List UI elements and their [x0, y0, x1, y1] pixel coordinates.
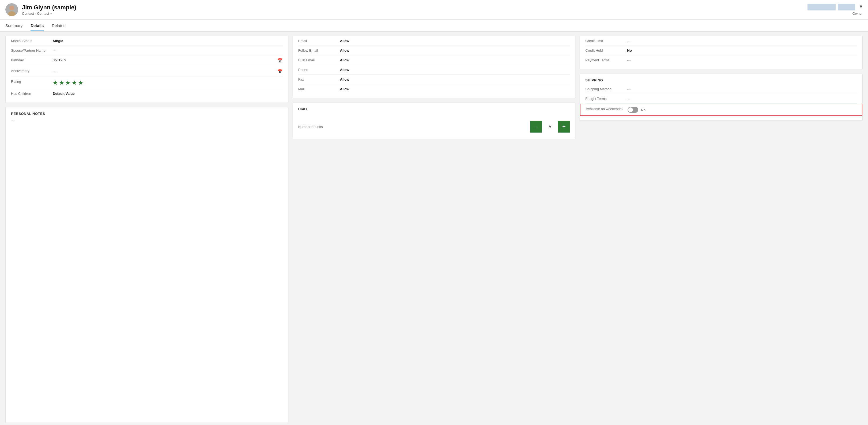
rating-label: Rating	[11, 80, 49, 84]
field-email: Email Allow	[298, 36, 570, 46]
phone-label: Phone	[298, 68, 336, 72]
fax-value: Allow	[340, 78, 570, 82]
star-3[interactable]: ★	[65, 80, 71, 86]
field-mail: Mail Allow	[298, 84, 570, 94]
shipping-card: SHIPPING Shipping Method --- Freight Ter…	[580, 74, 863, 121]
mail-value: Allow	[340, 87, 570, 91]
field-rating: Rating ★ ★ ★ ★ ★	[11, 77, 283, 89]
mail-label: Mail	[298, 87, 336, 91]
shipping-method-value: ---	[627, 87, 857, 91]
personal-info-card: Marital Status Single Spouse/Partner Nam…	[5, 36, 288, 103]
field-fax: Fax Allow	[298, 75, 570, 84]
field-bulk-email: Bulk Email Allow	[298, 55, 570, 65]
svg-point-1	[9, 6, 14, 10]
comm-body: Email Allow Follow Email Allow Bulk Emai…	[293, 36, 576, 98]
units-body: Number of units - 5 +	[293, 113, 576, 139]
personal-notes-value: ---	[11, 118, 283, 122]
personal-notes-card: PERSONAL NOTES ---	[5, 107, 288, 423]
toggle-knob	[628, 108, 633, 112]
field-has-children: Has Children Default Value	[11, 89, 283, 98]
personal-notes-body: ---	[6, 118, 288, 132]
freight-terms-label: Freight Terms	[585, 97, 623, 101]
anniversary-value: ---	[53, 69, 273, 73]
field-marital-status: Marital Status Single	[11, 36, 283, 46]
personal-notes-title: PERSONAL NOTES	[6, 108, 288, 118]
star-4[interactable]: ★	[72, 80, 77, 86]
subtitle-contact2: Contact	[37, 11, 49, 16]
credit-limit-label: Credit Limit	[585, 39, 623, 43]
field-credit-hold: Credit Hold No	[585, 46, 857, 55]
shipping-title: SHIPPING	[580, 74, 862, 84]
phone-value: Allow	[340, 68, 570, 72]
field-freight-terms: Freight Terms ---	[585, 94, 857, 104]
header-info: Jim Glynn (sample) Contact · Contact ∨	[22, 4, 807, 16]
email-value: Allow	[340, 39, 570, 43]
left-column: Marital Status Single Spouse/Partner Nam…	[5, 36, 288, 423]
avatar	[5, 3, 18, 16]
credit-limit-value: ---	[627, 39, 857, 43]
units-label: Number of units	[298, 125, 525, 129]
personal-info-body: Marital Status Single Spouse/Partner Nam…	[6, 36, 288, 102]
blurred-btn-2[interactable]: ████	[838, 4, 855, 10]
field-spouse: Spouse/Partner Name ---	[11, 46, 283, 55]
field-birthday: Birthday 3/2/1959 📅	[11, 55, 283, 66]
units-row: Number of units - 5 +	[298, 121, 570, 132]
tabs-bar: Summary Details Related	[0, 20, 868, 32]
star-5[interactable]: ★	[78, 80, 84, 86]
tab-summary[interactable]: Summary	[5, 20, 23, 31]
credit-body: Credit Limit --- Credit Hold No Payment …	[580, 36, 862, 69]
stepper-value: 5	[542, 124, 558, 130]
rating-stars[interactable]: ★ ★ ★ ★ ★	[53, 80, 283, 86]
stepper-minus-button[interactable]: -	[530, 121, 542, 132]
field-weekends: Available on weekends? No	[580, 104, 862, 116]
star-1[interactable]: ★	[53, 80, 58, 86]
weekends-label: Available on weekends?	[586, 107, 623, 111]
anniversary-label: Anniversary	[11, 69, 49, 73]
header-actions: ████ ████ ████ ∨	[807, 4, 863, 10]
star-2[interactable]: ★	[59, 80, 64, 86]
contact-name: Jim Glynn (sample)	[22, 4, 807, 11]
payment-terms-value: ---	[627, 58, 857, 62]
marital-status-value: Single	[53, 39, 283, 43]
spouse-value: ---	[53, 49, 283, 53]
field-shipping-method: Shipping Method ---	[585, 84, 857, 94]
credit-hold-value: No	[627, 49, 857, 53]
blurred-btn-1[interactable]: ████ ████	[807, 4, 836, 10]
tab-details[interactable]: Details	[31, 20, 44, 31]
shipping-method-label: Shipping Method	[585, 87, 623, 91]
mid-column: Email Allow Follow Email Allow Bulk Emai…	[292, 36, 576, 423]
stepper-plus-button[interactable]: +	[558, 121, 570, 132]
email-label: Email	[298, 39, 336, 43]
field-payment-terms: Payment Terms ---	[585, 55, 857, 65]
units-card: Units Number of units - 5 +	[292, 102, 576, 139]
birthday-label: Birthday	[11, 58, 49, 62]
weekend-toggle[interactable]	[627, 107, 638, 113]
field-follow-email: Follow Email Allow	[298, 46, 570, 55]
subtitle-dropdown-icon[interactable]: ∨	[50, 12, 52, 15]
freight-terms-value: ---	[627, 97, 857, 101]
units-stepper: - 5 +	[530, 121, 570, 132]
follow-email-value: Allow	[340, 49, 570, 53]
anniversary-calendar-icon[interactable]: 📅	[277, 69, 283, 74]
birthday-calendar-icon[interactable]: 📅	[277, 58, 283, 63]
has-children-label: Has Children	[11, 92, 49, 96]
payment-terms-label: Payment Terms	[585, 58, 623, 62]
bulk-email-label: Bulk Email	[298, 58, 336, 62]
header: Jim Glynn (sample) Contact · Contact ∨ █…	[0, 0, 868, 20]
marital-status-label: Marital Status	[11, 39, 49, 43]
header-chevron-icon[interactable]: ∨	[860, 4, 863, 10]
weekend-toggle-wrapper: No	[627, 107, 646, 113]
bulk-email-value: Allow	[340, 58, 570, 62]
shipping-body: Shipping Method --- Freight Terms --- Av…	[580, 84, 862, 120]
tab-related[interactable]: Related	[52, 20, 66, 31]
birthday-value: 3/2/1959	[53, 58, 273, 62]
main-content: Marital Status Single Spouse/Partner Nam…	[0, 32, 868, 425]
credit-card: Credit Limit --- Credit Hold No Payment …	[580, 36, 863, 69]
follow-email-label: Follow Email	[298, 49, 336, 53]
right-column: Credit Limit --- Credit Hold No Payment …	[580, 36, 863, 423]
header-owner: Owner	[852, 11, 863, 16]
credit-hold-label: Credit Hold	[585, 49, 623, 53]
units-section-title: Units	[293, 103, 576, 113]
header-right: ████ ████ ████ ∨ Owner	[807, 4, 863, 16]
spouse-label: Spouse/Partner Name	[11, 49, 49, 53]
